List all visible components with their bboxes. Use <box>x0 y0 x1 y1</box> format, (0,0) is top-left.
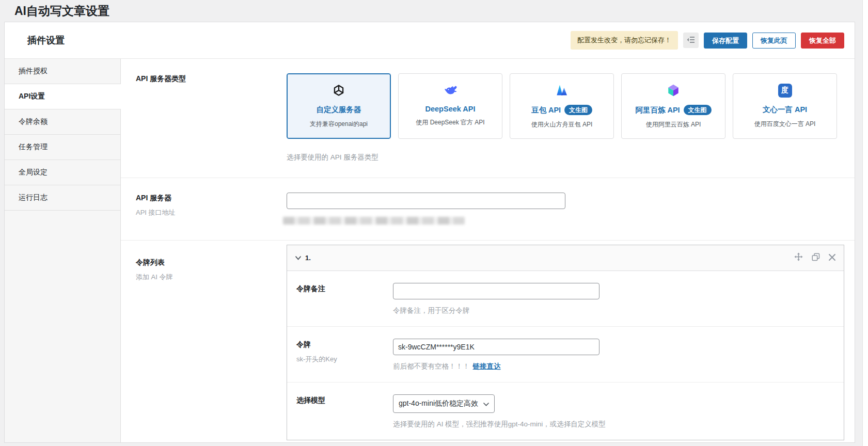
token-key-sublabel: sk-开头的Key <box>296 355 393 364</box>
api-server-row: API 服务器 API 接口地址 <box>121 178 855 241</box>
provider-cards: 自定义服务器 支持兼容openai的api DeepSeek API <box>287 73 855 139</box>
settings-card: 插件设置 配置发生改变，请勿忘记保存！ 保存配置 恢复此页 恢复全部 插件授权 … <box>4 22 855 443</box>
collapse-menu-button[interactable] <box>683 33 699 48</box>
text-to-image-badge: 文生图 <box>564 105 592 115</box>
provider-card-desc: 使用 DeepSeek 官方 API <box>403 118 498 127</box>
duplicate-icon[interactable] <box>812 253 820 263</box>
settings-sidebar: 插件授权 API设置 令牌余额 任务管理 全局设定 运行日志 <box>5 59 121 442</box>
token-note-help: 令牌备注，用于区分令牌 <box>393 306 834 315</box>
save-config-button[interactable]: 保存配置 <box>704 33 747 49</box>
settings-header: 插件设置 配置发生改变，请勿忘记保存！ 保存配置 恢复此页 恢复全部 <box>5 22 855 59</box>
baidu-du-icon: 度 <box>737 83 832 98</box>
provider-card-title: 豆包 API <box>531 105 561 115</box>
api-server-type-help: 选择要使用的 API 服务器类型 <box>287 153 855 162</box>
provider-card-doubao[interactable]: 豆包 API 文生图 使用火山方舟豆包 API <box>510 73 614 139</box>
token-note-input[interactable] <box>393 283 599 299</box>
deepseek-whale-icon <box>403 83 498 98</box>
provider-card-bailian[interactable]: 阿里百炼 API 文生图 使用阿里云百炼 API <box>621 73 725 139</box>
token-key-input[interactable] <box>393 339 599 355</box>
sidebar-item-token-balance[interactable]: 令牌余额 <box>5 109 120 135</box>
provider-card-title: 自定义服务器 <box>317 105 361 115</box>
page-title: AI自动写文章设置 <box>0 0 868 24</box>
provider-card-custom-server[interactable]: 自定义服务器 支持兼容openai的api <box>287 73 391 139</box>
settings-title: 插件设置 <box>27 34 65 46</box>
provider-card-title: DeepSeek API <box>425 105 476 113</box>
sidebar-item-plugin-auth[interactable]: 插件授权 <box>5 59 120 84</box>
api-server-input[interactable] <box>287 193 565 209</box>
sidebar-item-run-log[interactable]: 运行日志 <box>5 185 120 211</box>
token-item-actions <box>794 252 835 263</box>
sidebar-item-api-settings[interactable]: API设置 <box>5 84 121 109</box>
page-scrollbar[interactable] <box>862 0 868 446</box>
redacted-api-url <box>283 217 465 225</box>
model-select-label: 选择模型 <box>296 396 393 405</box>
provider-card-desc: 使用百度文心一言 API <box>737 120 832 129</box>
move-icon[interactable] <box>794 252 803 263</box>
provider-card-title: 阿里百炼 API <box>635 105 680 115</box>
openai-logo-icon <box>291 83 386 98</box>
restore-page-button[interactable]: 恢复此页 <box>752 33 796 49</box>
provider-card-deepseek[interactable]: DeepSeek API 使用 DeepSeek 官方 API <box>398 73 502 139</box>
provider-card-desc: 支持兼容openai的api <box>291 120 386 129</box>
api-server-type-label: API 服务器类型 <box>136 74 287 84</box>
provider-card-title: 文心一言 API <box>763 105 807 115</box>
collapse-icon <box>687 36 695 45</box>
close-icon[interactable] <box>829 253 835 263</box>
token-list-sublabel: 添加 AI 令牌 <box>136 273 287 282</box>
model-select-help: 选择要使用的 AI 模型，强烈推荐使用gpt-4o-mini，或选择自定义模型 <box>393 420 834 429</box>
sidebar-item-task-management[interactable]: 任务管理 <box>5 135 120 160</box>
direct-link[interactable]: 链接直达 <box>473 362 501 370</box>
token-note-label: 令牌备注 <box>296 284 393 294</box>
provider-card-desc: 使用火山方舟豆包 API <box>514 120 609 129</box>
select-chevron-icon <box>483 400 489 408</box>
model-select[interactable]: gpt-4o-mini低价稳定高效 <box>393 394 495 413</box>
token-item-toggle[interactable]: 1. <box>295 254 311 262</box>
token-key-label: 令牌 <box>296 340 393 349</box>
sidebar-item-global-settings[interactable]: 全局设定 <box>5 160 120 185</box>
restore-all-button[interactable]: 恢复全部 <box>801 33 844 49</box>
api-server-label: API 服务器 <box>136 194 287 203</box>
token-item-panel: 1. <box>287 245 844 440</box>
api-server-type-row: API 服务器类型 自定义服务器 支持兼容openai <box>121 59 855 178</box>
token-list-label: 令牌列表 <box>136 258 287 267</box>
doubao-volcano-icon <box>514 83 609 98</box>
provider-card-desc: 使用阿里云百炼 API <box>626 120 721 129</box>
header-actions: 配置发生改变，请勿忘记保存！ 保存配置 恢复此页 恢复全部 <box>571 31 844 50</box>
provider-card-wenxin[interactable]: 度 文心一言 API 使用百度文心一言 API <box>733 73 837 139</box>
bailian-cube-icon <box>626 83 721 98</box>
token-key-row: 令牌 sk-开头的Key 前后都不要有空格！！！链接直达 <box>287 327 844 383</box>
unsaved-changes-notice: 配置发生改变，请勿忘记保存！ <box>571 31 678 50</box>
token-key-help: 前后都不要有空格！！！链接直达 <box>393 362 834 371</box>
chevron-down-icon <box>295 254 301 262</box>
token-list-row: 令牌列表 添加 AI 令牌 1. <box>121 241 855 446</box>
token-item-header: 1. <box>287 245 844 271</box>
text-to-image-badge: 文生图 <box>684 105 712 115</box>
settings-content: API 服务器类型 自定义服务器 支持兼容openai <box>121 59 855 442</box>
api-server-sublabel: API 接口地址 <box>136 208 287 217</box>
token-item-index: 1. <box>305 254 311 262</box>
token-note-row: 令牌备注 令牌备注，用于区分令牌 <box>287 271 844 327</box>
model-select-value: gpt-4o-mini低价稳定高效 <box>399 399 478 408</box>
model-select-row: 选择模型 gpt-4o-mini低价稳定高效 选择要使用的 AI 模型，强烈推荐… <box>287 383 844 440</box>
